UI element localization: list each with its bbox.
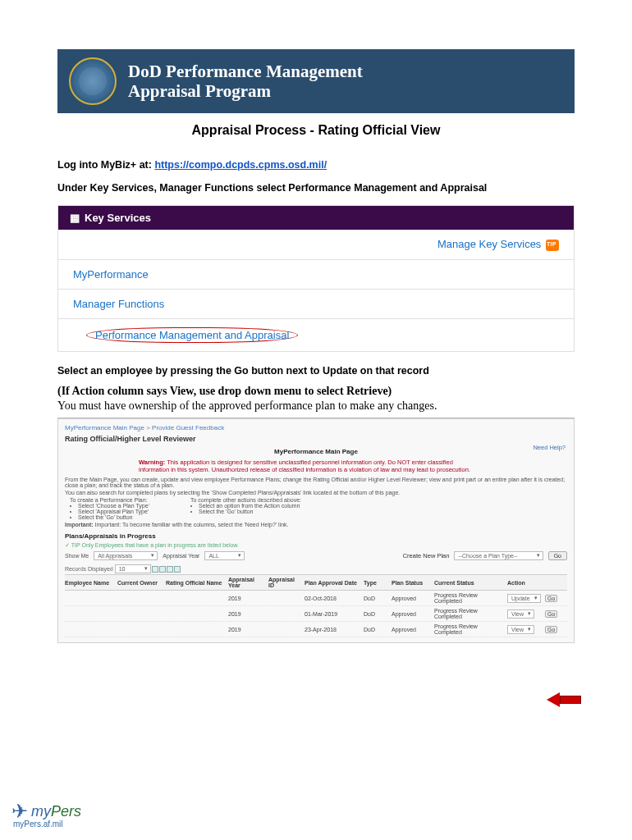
warning-text: Warning: This application is designed fo… [139, 459, 483, 474]
cell-year: 2019 [228, 596, 265, 601]
cell-year: 2019 [228, 627, 265, 632]
cell-cstatus: Progress Review Completed [434, 592, 504, 604]
main-page-heading: MyPerformance Main Page [65, 448, 567, 455]
tab-rating-official: Rating Official/Higher Level Reviewer [65, 435, 567, 443]
toolbar-icons [152, 566, 181, 573]
bullet-right-0: Select an option from the Action column [190, 503, 301, 509]
warning-label: Warning: [139, 459, 165, 466]
table-row: 2019 01-Mar-2019 DoD Approved Progress R… [65, 606, 567, 622]
crumb-current: Provide Guest Feedback [152, 424, 224, 431]
create-new-plan-label: Create New Plan [403, 552, 450, 559]
col-type[interactable]: Type [364, 580, 388, 586]
wing-icon: ✈ [11, 801, 28, 821]
callout-arrow-icon [547, 692, 581, 707]
table-header: Employee Name Current Owner Rating Offic… [65, 574, 567, 591]
records-select[interactable]: 10 [115, 564, 151, 573]
show-me-label: Show Me [65, 553, 89, 559]
plan-type-select[interactable]: --Choose a Plan Type-- [454, 551, 543, 560]
bullet-right-1: Select the 'Go' button [190, 509, 301, 514]
appraisal-year-label: Appraisal Year [163, 553, 199, 559]
step-2-instruction: Select an employee by pressing the Go bu… [57, 365, 575, 377]
plans-in-progress-heading: Plans/Appraisals in Progress [65, 532, 567, 540]
create-plan-bullets: Select 'Choose a Plan Type' Select 'Appr… [70, 503, 149, 520]
dod-seal-icon [69, 57, 117, 105]
breadcrumb: MyPerformance Main Page > Provide Guest … [65, 424, 567, 431]
bullet-left-1: Select 'Appraisal Plan Type' [70, 509, 149, 514]
table-row: 2019 23-Apr-2018 DoD Approved Progress R… [65, 622, 567, 637]
cell-cstatus: Progress Review Completed [434, 623, 504, 635]
col-employee[interactable]: Employee Name [65, 580, 114, 586]
myperformance-screenshot: MyPerformance Main Page > Provide Guest … [57, 418, 575, 644]
cell-pstatus: Approved [392, 596, 431, 601]
cell-pstatus: Approved [392, 627, 431, 632]
complete-actions-head: To complete other actions described abov… [190, 497, 301, 503]
cell-type: DoD [364, 596, 388, 601]
col-action: Action [507, 580, 542, 586]
col-owner[interactable]: Current Owner [117, 580, 163, 586]
go-button[interactable]: Go [545, 610, 557, 618]
key-services-panel: ▦Key Services Manage Key Services MyPerf… [57, 205, 575, 352]
grid-icon: ▦ [70, 212, 80, 224]
go-button[interactable]: Go [545, 626, 557, 633]
go-button[interactable]: Go [545, 595, 557, 602]
key-services-label: Key Services [85, 212, 151, 224]
logo-my: my [31, 803, 51, 819]
warning-body: This application is designed for sensiti… [139, 459, 470, 473]
crumb-main[interactable]: MyPerformance Main Page [65, 424, 144, 431]
tip-text: ✓ TIP Only Employees that have a plan in… [65, 542, 567, 549]
footer-logo: ✈ myPers myPers.af.mil [11, 801, 81, 829]
login-instruction: Log into MyBiz+ at: https://compo.dcpds.… [57, 159, 575, 171]
bullet-left-2: Select the 'Go' button [70, 514, 149, 520]
important-text: Important: To become familiar with the c… [95, 522, 289, 527]
col-rating-official[interactable]: Rating Official Name [166, 580, 225, 586]
manage-key-services-row: Manage Key Services [58, 230, 574, 260]
crumb-sep: > [146, 424, 150, 431]
manager-functions-link[interactable]: Manager Functions [58, 290, 574, 319]
cell-type: DoD [364, 611, 388, 617]
bullet-left-0: Select 'Choose a Plan Type' [70, 503, 149, 509]
tip-badge-icon [546, 240, 559, 251]
cell-date: 02-Oct-2018 [305, 596, 360, 601]
ownership-note: You must have ownership of the approved … [57, 399, 575, 413]
intro-text: From the Main Page, you can create, upda… [65, 477, 567, 488]
need-help-link[interactable]: Need Help? [533, 444, 566, 451]
logo-pers: Pers [51, 803, 81, 819]
cell-date: 01-Mar-2019 [305, 611, 360, 617]
action-select[interactable]: View [507, 609, 534, 619]
key-services-header: ▦Key Services [58, 206, 574, 230]
cell-type: DoD [364, 627, 388, 632]
cell-pstatus: Approved [392, 611, 431, 617]
banner-heading-2: Appraisal Program [128, 81, 363, 101]
perf-mgmt-appraisal-link[interactable]: Performance Management and Appraisal [86, 327, 298, 343]
footer-url[interactable]: myPers.af.mil [13, 819, 81, 829]
appraisal-year-select[interactable]: ALL [204, 551, 244, 560]
create-plan-head: To create a Performance Plan: [70, 497, 149, 503]
intro-text-2: You can also search for completed plans … [65, 490, 567, 495]
col-current-status[interactable]: Current Status [434, 580, 504, 586]
col-year[interactable]: Appraisal Year [228, 577, 265, 588]
records-displayed: Records Displayed 10 [65, 564, 567, 573]
page-title: Appraisal Process - Rating Official View [57, 123, 575, 138]
important-note: Important: Important: To become familiar… [65, 522, 567, 527]
mybiz-link[interactable]: https://compo.dcpds.cpms.osd.mil/ [154, 159, 327, 171]
table-row: 2019 02-Oct-2018 DoD Approved Progress R… [65, 591, 567, 606]
action-select[interactable]: View [507, 625, 534, 634]
myperformance-link[interactable]: MyPerformance [58, 260, 574, 290]
banner-heading-1: DoD Performance Management [128, 62, 363, 81]
complete-actions-bullets: Select an option from the Action column … [190, 503, 301, 514]
login-prefix: Log into MyBiz+ at: [57, 159, 154, 171]
show-me-select[interactable]: All Appraisals [94, 551, 158, 560]
col-id[interactable]: Appraisal ID [268, 577, 301, 588]
retrieve-note: (If Action column says View, use drop do… [57, 385, 575, 398]
create-plan-go-button[interactable]: Go [548, 551, 567, 560]
manage-key-services-link[interactable]: Manage Key Services [437, 238, 541, 250]
cell-cstatus: Progress Review Completed [434, 608, 504, 619]
action-select[interactable]: Update [507, 594, 541, 603]
col-plan-status[interactable]: Plan Status [392, 580, 431, 586]
filter-row: Show Me All Appraisals Appraisal Year AL… [65, 551, 567, 560]
col-approval-date[interactable]: Plan Approval Date [305, 580, 360, 586]
step-1-instruction: Under Key Services, Manager Functions se… [57, 182, 575, 194]
cell-year: 2019 [228, 611, 265, 617]
dod-banner: DoD Performance Management Appraisal Pro… [57, 49, 575, 113]
perf-mgmt-appraisal-row: Performance Management and Appraisal [58, 319, 574, 351]
